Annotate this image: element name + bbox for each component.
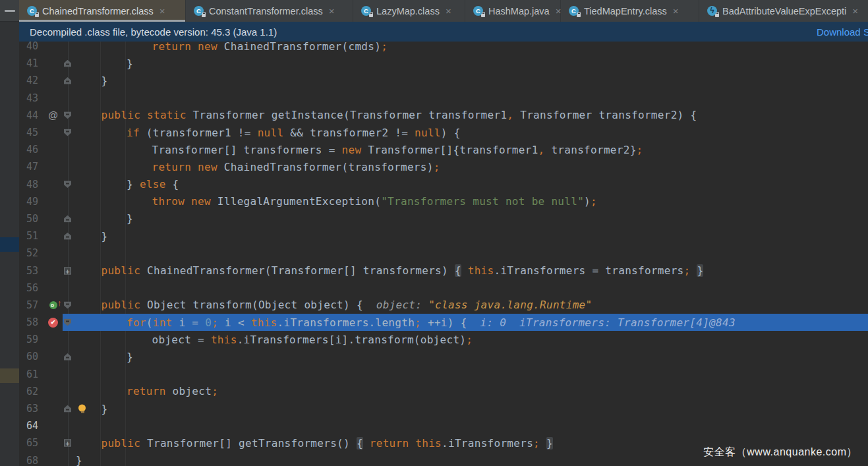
gutter xyxy=(43,366,63,383)
code-line-52[interactable]: 52 xyxy=(19,245,868,262)
code-line-44[interactable]: 44@public static Transformer getInstance… xyxy=(19,107,868,124)
line-number: 57 xyxy=(19,299,43,311)
code-area[interactable]: for(int i = 0; i < this.iTransformers.le… xyxy=(63,314,868,331)
code-area[interactable]: +public ChainedTransformer(Transformer[]… xyxy=(63,262,868,279)
minimize-icon[interactable] xyxy=(5,10,15,12)
code-area[interactable]: public static Transformer getInstance(Tr… xyxy=(63,107,868,124)
code-editor[interactable]: 40return new ChainedTransformer(cmds);41… xyxy=(19,38,868,466)
code-text: public ChainedTransformer(Transformer[] … xyxy=(63,264,703,277)
editor-tab-BadAttributeValueExpExcepti[interactable]: ϟBadAttributeValueExpExcepti× xyxy=(699,0,868,22)
code-line-64[interactable]: 64 xyxy=(19,417,868,434)
code-area[interactable] xyxy=(63,245,868,262)
code-area[interactable]: return new ChainedTransformer(transforme… xyxy=(63,158,868,175)
fold-expand-icon[interactable]: + xyxy=(64,440,71,447)
code-area[interactable]: } xyxy=(63,72,868,89)
code-area[interactable] xyxy=(63,90,868,107)
code-area[interactable]: throw new IllegalArgumentException("Tran… xyxy=(63,193,868,210)
code-line-62[interactable]: 62return object; xyxy=(19,383,868,400)
line-number: 68 xyxy=(19,455,43,466)
tab-label: ConstantTransformer.class xyxy=(209,6,323,16)
lock-icon xyxy=(577,14,581,17)
code-area[interactable]: } else { xyxy=(63,176,868,193)
line-number: 46 xyxy=(19,144,43,156)
overrides-method-icon[interactable]: o↑ xyxy=(49,301,57,309)
gutter xyxy=(43,210,63,227)
code-line-48[interactable]: 48} else { xyxy=(19,176,868,193)
annotated-icon: @ xyxy=(48,109,58,121)
code-area[interactable]: } xyxy=(63,210,868,227)
line-number: 43 xyxy=(19,92,43,104)
code-line-63[interactable]: 63} xyxy=(19,400,868,417)
gutter: @ xyxy=(43,107,63,124)
debugger-inline-hint: object: xyxy=(363,299,428,311)
gutter xyxy=(43,124,63,141)
code-line-60[interactable]: 60} xyxy=(19,348,868,365)
code-area[interactable]: Transformer[] transformers = new Transfo… xyxy=(63,141,868,158)
code-text: } xyxy=(63,454,82,466)
code-line-53[interactable]: 53+public ChainedTransformer(Transformer… xyxy=(19,262,868,279)
close-tab-icon[interactable]: × xyxy=(329,6,335,16)
code-line-58[interactable]: 58✔for(int i = 0; i < this.iTransformers… xyxy=(19,314,868,331)
code-text: public static Transformer getInstance(Tr… xyxy=(63,109,697,121)
editor-tab-ChainedTransformer.class[interactable]: CChainedTransformer.class× xyxy=(19,0,186,22)
code-area[interactable]: object = this.iTransformers[i].transform… xyxy=(63,331,868,348)
code-text: for(int i = 0; i < this.iTransformers.le… xyxy=(63,316,736,329)
line-number: 49 xyxy=(19,196,43,208)
line-number: 60 xyxy=(19,351,43,363)
code-area[interactable] xyxy=(63,366,868,383)
close-tab-icon[interactable]: × xyxy=(446,6,451,16)
gutter xyxy=(43,55,63,72)
lock-icon xyxy=(481,14,485,17)
tool-stripe-header xyxy=(0,0,19,22)
java-class-icon: C xyxy=(361,6,372,16)
editor-tab-TiedMapEntry.class[interactable]: CTiedMapEntry.class× xyxy=(561,0,699,22)
code-area[interactable]: } xyxy=(63,400,868,417)
code-area[interactable]: } xyxy=(63,55,868,72)
close-tab-icon[interactable]: × xyxy=(159,6,165,16)
breakpoint-icon[interactable]: ✔ xyxy=(48,318,58,328)
intention-bulb-icon[interactable] xyxy=(78,405,86,413)
gutter xyxy=(43,331,63,348)
code-line-49[interactable]: 49throw new IllegalArgumentException("Tr… xyxy=(19,193,868,210)
code-line-42[interactable]: 42} xyxy=(19,72,868,89)
line-number: 56 xyxy=(19,282,43,294)
code-line-57[interactable]: 57o↑public Object transform(Object objec… xyxy=(19,297,868,314)
code-line-47[interactable]: 47return new ChainedTransformer(transfor… xyxy=(19,158,868,175)
editor-tab-ConstantTransformer.class[interactable]: CConstantTransformer.class× xyxy=(186,0,353,22)
code-area[interactable] xyxy=(63,417,868,434)
code-area[interactable]: } xyxy=(63,348,868,365)
code-text: public Object transform(Object object) {… xyxy=(63,299,592,311)
code-area[interactable]: } xyxy=(63,227,868,245)
code-area[interactable]: if (transformer1 != null && transformer2… xyxy=(63,124,868,141)
code-line-59[interactable]: 59object = this.iTransformers[i].transfo… xyxy=(19,331,868,348)
code-line-41[interactable]: 41} xyxy=(19,55,868,72)
code-line-56[interactable]: 56 xyxy=(19,279,868,297)
code-line-46[interactable]: 46Transformer[] transformers = new Trans… xyxy=(19,141,868,158)
code-text: Transformer[] transformers = new Transfo… xyxy=(63,144,643,156)
stripe-marker-olive xyxy=(0,368,19,383)
editor-tab-HashMap.java[interactable]: CHashMap.java× xyxy=(465,0,561,22)
download-sources-link[interactable]: Download Sou xyxy=(817,26,868,38)
line-number: 47 xyxy=(19,161,43,173)
debugger-inline-hint: i: 0 iTransformers: Transformer[4]@843 xyxy=(467,316,736,329)
editor-tab-LazyMap.class[interactable]: CLazyMap.class× xyxy=(353,0,465,22)
gutter xyxy=(43,383,63,400)
debugger-inline-hint: "class java.lang.Runtime" xyxy=(428,299,592,311)
code-area[interactable]: public Object transform(Object object) {… xyxy=(63,297,868,314)
code-area[interactable]: return object; xyxy=(63,383,868,400)
java-class-icon: C xyxy=(473,6,484,16)
code-line-43[interactable]: 43 xyxy=(19,90,868,107)
code-line-45[interactable]: 45if (transformer1 != null && transforme… xyxy=(19,124,868,141)
line-number: 65 xyxy=(19,437,43,449)
code-line-61[interactable]: 61 xyxy=(19,366,868,383)
fold-expand-icon[interactable]: + xyxy=(64,267,71,274)
line-number: 51 xyxy=(19,230,43,242)
line-number: 52 xyxy=(19,247,43,259)
tab-label: TiedMapEntry.class xyxy=(584,6,667,16)
close-tab-icon[interactable]: × xyxy=(852,6,858,16)
code-line-51[interactable]: 51} xyxy=(19,227,868,245)
close-tab-icon[interactable]: × xyxy=(673,6,679,16)
code-line-50[interactable]: 50} xyxy=(19,210,868,227)
ide-window: 40return new ChainedTransformer(cmds);41… xyxy=(0,0,868,466)
code-area[interactable] xyxy=(63,279,868,297)
